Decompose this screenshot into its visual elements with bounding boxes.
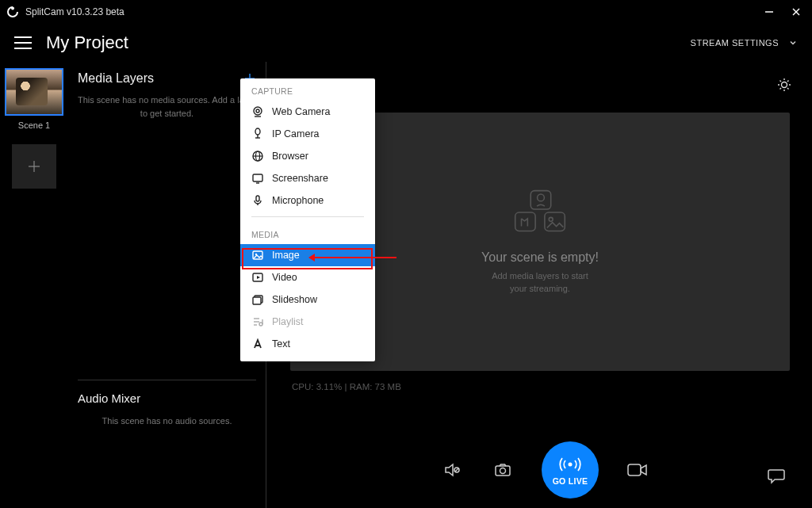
slideshow-icon [251,293,264,306]
svg-line-16 [787,81,789,82]
menu-item-video[interactable]: Video [240,266,375,288]
svg-line-47 [455,468,458,472]
menu-item-ip-camera[interactable]: IP Camera [240,123,375,145]
ip-camera-icon [251,128,264,140]
webcam-icon [251,105,264,118]
menu-item-playlist: Playlist [240,311,375,333]
svg-line-14 [787,88,789,90]
image-icon [251,249,264,262]
empty-scene-subtitle: Add media layers to start your streaming… [492,269,588,296]
project-title: My Project [46,32,128,53]
menu-item-microphone[interactable]: Microphone [240,189,375,212]
divider [78,380,256,380]
menu-item-image[interactable]: Image [240,244,375,266]
svg-rect-31 [253,174,262,181]
svg-point-22 [254,107,262,115]
brightness-button[interactable] [774,74,795,95]
svg-rect-33 [256,196,259,201]
svg-point-0 [11,7,14,10]
app-logo-icon [6,6,19,18]
record-button[interactable] [626,458,649,482]
broadcast-icon [558,455,582,474]
close-button[interactable] [787,2,806,21]
menu-item-screenshare[interactable]: Screenshare [240,167,375,189]
playlist-icon [251,315,264,328]
scene-thumbnail[interactable] [5,68,63,116]
svg-marker-38 [257,276,260,279]
scene-label: Scene 1 [5,120,63,130]
menu-item-slideshow[interactable]: Slideshow [240,288,375,311]
svg-rect-40 [253,297,261,304]
popup-media-label: MEDIA [240,222,375,244]
bottom-dock: GO LIVE [278,441,812,498]
audio-empty-text: This scene has no audio sources. [68,416,266,426]
empty-scene-icon [504,189,576,236]
svg-line-13 [780,81,782,82]
media-panel: Media Layers This scene has no media sou… [68,62,266,508]
video-icon [251,271,264,284]
svg-line-15 [780,88,782,90]
system-stats: CPU: 3.11% | RAM: 73 MB [292,382,798,392]
app-title: SplitCam v10.3.23 beta [25,6,124,17]
stream-settings-label: STREAM SETTINGS [691,38,779,48]
svg-point-23 [256,109,259,113]
menu-button[interactable] [14,36,32,49]
svg-rect-17 [530,190,550,208]
svg-point-21 [549,217,553,221]
svg-point-50 [569,462,573,466]
svg-point-8 [782,82,787,88]
snapshot-button[interactable] [491,458,515,482]
svg-rect-20 [545,212,565,231]
go-live-label: GO LIVE [553,476,588,486]
popup-capture-label: CAPTURE [240,78,375,101]
add-scene-button[interactable] [12,144,56,189]
screenshare-icon [251,172,264,185]
popup-divider [251,216,364,217]
audio-mixer-title: Audio Mixer [68,392,266,416]
media-empty-text: This scene has no media sources. Add a l… [68,94,266,120]
svg-point-18 [538,194,545,201]
menu-item-browser[interactable]: Browser [240,145,375,167]
go-live-button[interactable]: GO LIVE [542,441,599,498]
media-layers-title: Media Layers [78,71,154,86]
globe-icon [251,150,264,162]
minimize-button[interactable] [760,2,779,21]
chat-button[interactable] [764,464,788,487]
svg-point-25 [255,128,260,135]
svg-rect-19 [515,212,535,231]
empty-scene-title: Your scene is empty! [481,250,599,265]
stream-settings-button[interactable]: STREAM SETTINGS [691,38,798,48]
svg-point-49 [500,468,506,474]
add-layer-menu: CAPTURE Web Camera IP Camera Browser Scr… [240,78,375,361]
scenes-sidebar: Scene 1 [0,62,68,508]
mute-button[interactable] [440,458,464,482]
chevron-down-icon [788,38,798,48]
microphone-icon [251,194,264,207]
svg-rect-51 [628,464,641,476]
menu-item-text[interactable]: Text [240,333,375,355]
text-icon [251,338,264,350]
menu-item-web-camera[interactable]: Web Camera [240,101,375,123]
